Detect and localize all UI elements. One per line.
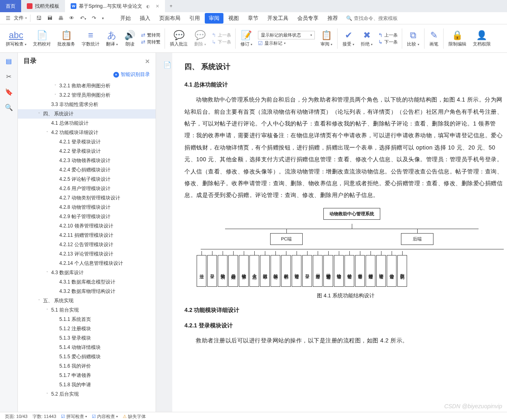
search-input[interactable] bbox=[354, 15, 403, 21]
ribbon-insert-comment[interactable]: 💬插入批注 bbox=[167, 26, 191, 51]
toc-item[interactable]: 5.1.7 申请领养 bbox=[18, 371, 156, 380]
status-missingfont[interactable]: ⚠缺失字体 bbox=[123, 414, 146, 420]
menu-start[interactable]: 开始 bbox=[116, 13, 135, 24]
toc-item[interactable]: ˅3.2.2 管理员用例图分析 bbox=[18, 91, 156, 100]
file-menu[interactable]: 文件▾ bbox=[14, 15, 27, 22]
ribbon-show-markup[interactable]: ☑显示标记 ▾ bbox=[258, 40, 315, 46]
clip-rail-icon[interactable]: ✂ bbox=[5, 72, 13, 80]
menu-view[interactable]: 视图 bbox=[224, 13, 243, 24]
document-area[interactable]: 📄 四、 系统设计 4.1 总体功能设计 动物救助中心管理系统分为前台和后台，分… bbox=[156, 53, 507, 412]
hamburger-icon[interactable]: ☰ bbox=[3, 13, 13, 23]
ribbon-docperm[interactable]: 👤文档权限 bbox=[470, 26, 494, 51]
toc-item[interactable]: ˅4.2 功能模块详细设计 bbox=[18, 128, 156, 137]
toc-item[interactable]: 5.1.1 系统首页 bbox=[18, 315, 156, 324]
toc-item[interactable]: 4.2.1 登录模块设计 bbox=[18, 137, 156, 147]
ribbon-zh2tw[interactable]: ⇄繁转简 bbox=[141, 32, 160, 38]
ribbon-spellcheck[interactable]: abc拼写检查 ▾ bbox=[2, 26, 30, 51]
toc-item[interactable]: 3.3 非功能性需求分析 bbox=[18, 100, 156, 109]
ribbon-tw2zh[interactable]: ⇄简转繁 bbox=[141, 39, 160, 45]
dropdown-icon[interactable]: ▾ bbox=[100, 15, 106, 22]
status-words[interactable]: 字数: 11443 bbox=[32, 414, 56, 420]
ribbon-wordcount[interactable]: ≡字数统计 bbox=[78, 26, 103, 51]
toc-item[interactable]: ˅五、 系统实现 bbox=[18, 296, 156, 305]
doc-indicator-icon[interactable]: 📄 bbox=[163, 61, 171, 69]
toc-item[interactable]: 5.1.5 爱心捐赠模块 bbox=[18, 352, 156, 362]
toc-item[interactable]: 5.1.2 注册模块 bbox=[18, 324, 156, 333]
toc-item[interactable]: 4.2.14 个人信息管理模块设计 bbox=[18, 259, 156, 268]
toc-item[interactable]: ˅5.1 前台实现 bbox=[18, 305, 156, 315]
ribbon-markup-select[interactable]: 显示标记的最终状态▾ bbox=[258, 31, 315, 39]
menu-insert[interactable]: 插入 bbox=[136, 13, 154, 24]
ribbon-approve[interactable]: 📋批改服务 bbox=[54, 26, 78, 51]
toc-item[interactable]: ˅5.2 后台实现 bbox=[18, 390, 156, 399]
menu-vip[interactable]: 会员专享 bbox=[293, 13, 323, 24]
outline-close-icon[interactable]: ✕ bbox=[145, 58, 150, 65]
toc-item[interactable]: ˅3.2.1 救助者用例图分析 bbox=[18, 81, 156, 91]
diagram-leaf-box: 个人信息 bbox=[249, 255, 259, 287]
toc-item[interactable]: 4.2.7 动物类别管理模块设计 bbox=[18, 193, 156, 203]
outline-rail-icon[interactable]: ▤ bbox=[5, 57, 13, 65]
command-search[interactable]: 🔍 bbox=[346, 15, 403, 21]
ribbon-prev-comment[interactable]: ↰上一条 bbox=[212, 32, 231, 38]
ribbon-restrict[interactable]: 🔒限制编辑 bbox=[445, 26, 470, 51]
toc-item[interactable]: 4.2.8 动物管理模块设计 bbox=[18, 203, 156, 212]
menu-review[interactable]: 审阅 bbox=[205, 13, 223, 24]
status-contentcheck[interactable]: ☑内容检查 ▾ bbox=[92, 414, 118, 420]
ribbon-review[interactable]: 📋审阅 ▾ bbox=[317, 26, 336, 51]
toc-item[interactable]: 4.2.5 评论帖子模块设计 bbox=[18, 175, 156, 184]
tab-template[interactable]: 找稻壳模板 bbox=[21, 0, 65, 12]
ribbon-compare[interactable]: ⧉比较 ▾ bbox=[404, 26, 422, 51]
toc-item[interactable]: 5.1.4 动物详情模块 bbox=[18, 343, 156, 352]
menu-recommend[interactable]: 推荐 bbox=[323, 13, 342, 24]
ribbon-revise[interactable]: 📝修订 ▾ bbox=[237, 26, 256, 51]
menu-section[interactable]: 章节 bbox=[244, 13, 262, 24]
toc-item[interactable]: 4.2.12 公告管理模块设计 bbox=[18, 240, 156, 249]
print-preview-icon[interactable]: 👁 bbox=[67, 13, 77, 23]
ribbon-accept[interactable]: ✔接受 ▾ bbox=[339, 26, 358, 51]
ribbon-pen[interactable]: ✎画笔 bbox=[426, 26, 442, 51]
tab-close-icon[interactable]: ✕ bbox=[156, 4, 159, 9]
tab-new[interactable]: + bbox=[165, 0, 177, 12]
toc-item[interactable]: 4.2.11 捐赠管理模块设计 bbox=[18, 231, 156, 240]
toc-item[interactable]: 4.1 总体功能设计 bbox=[18, 119, 156, 128]
ribbon-next-rev[interactable]: ↳下一条 bbox=[378, 39, 398, 45]
tab-document-active[interactable]: W基于Spring...与实现 毕业论文◐✕ bbox=[65, 0, 165, 12]
search-rail-icon[interactable]: 🔍 bbox=[5, 103, 13, 111]
outline-body[interactable]: ˅3.2.1 救助者用例图分析˅3.2.2 管理员用例图分析3.3 非功能性需求… bbox=[18, 80, 156, 412]
redo-icon[interactable]: ↷ bbox=[89, 13, 99, 23]
toc-item[interactable]: 4.2.2 登录模块设计 bbox=[18, 147, 156, 156]
ribbon-read[interactable]: 🔊朗读 bbox=[121, 26, 139, 51]
toc-item[interactable]: 4.2.13 评论管理模块设计 bbox=[18, 249, 156, 259]
menu-reference[interactable]: 引用 bbox=[185, 13, 204, 24]
toc-item[interactable]: ˅四、 系统设计 bbox=[18, 109, 156, 119]
toc-item[interactable]: 4.3.2 数据库物理结构设计 bbox=[18, 287, 156, 296]
toc-item[interactable]: 4.2.9 帖子管理模块设计 bbox=[18, 212, 156, 221]
ribbon-prev-rev[interactable]: ↰上一条 bbox=[378, 32, 398, 38]
ribbon-translate[interactable]: あ翻译 ▾ bbox=[103, 26, 121, 51]
toc-item[interactable]: ˅4.3 数据库设计 bbox=[18, 268, 156, 277]
print-icon[interactable]: 🖶 bbox=[56, 13, 66, 23]
toc-item[interactable]: 4.2.3 动物领养模块设计 bbox=[18, 156, 156, 165]
tab-home[interactable]: 首页 bbox=[0, 0, 21, 12]
ribbon-next-comment[interactable]: ↳下一条 bbox=[212, 39, 231, 45]
ribbon-proofread[interactable]: 📄文档校对 bbox=[30, 26, 54, 51]
status-page[interactable]: 页面: 10/43 bbox=[5, 414, 28, 420]
save-icon[interactable]: 🖫 bbox=[34, 13, 44, 23]
ribbon-delete-comment[interactable]: 💬删除 ▾ bbox=[191, 26, 209, 51]
outline-smart-detect[interactable]: ✶智能识别目录 bbox=[18, 69, 156, 80]
toc-item[interactable]: 5.1.3 登录模块 bbox=[18, 333, 156, 343]
toc-item[interactable]: 5.1.6 我的评价 bbox=[18, 362, 156, 371]
ribbon-label: 字数统计 bbox=[82, 41, 100, 47]
toc-item[interactable]: 5.1.8 我的申请 bbox=[18, 380, 156, 390]
toc-item[interactable]: 4.2.4 爱心捐赠模块设计 bbox=[18, 165, 156, 175]
menu-devtools[interactable]: 开发工具 bbox=[263, 13, 292, 24]
toc-item[interactable]: 4.2.6 用户管理模块设计 bbox=[18, 184, 156, 193]
ribbon-reject[interactable]: ✖拒绝 ▾ bbox=[358, 26, 376, 51]
menu-layout[interactable]: 页面布局 bbox=[155, 13, 184, 24]
bookmark-rail-icon[interactable]: 🔖 bbox=[5, 88, 13, 96]
toc-item[interactable]: 4.2.10 领养管理模块设计 bbox=[18, 221, 156, 231]
undo-icon[interactable]: ↶▾ bbox=[78, 13, 89, 23]
status-spellcheck[interactable]: ☑拼写检查 ▾ bbox=[61, 414, 87, 420]
toc-item[interactable]: 4.3.1 数据库概念模型设计 bbox=[18, 277, 156, 287]
save-as-icon[interactable]: 🖬 bbox=[45, 13, 55, 23]
